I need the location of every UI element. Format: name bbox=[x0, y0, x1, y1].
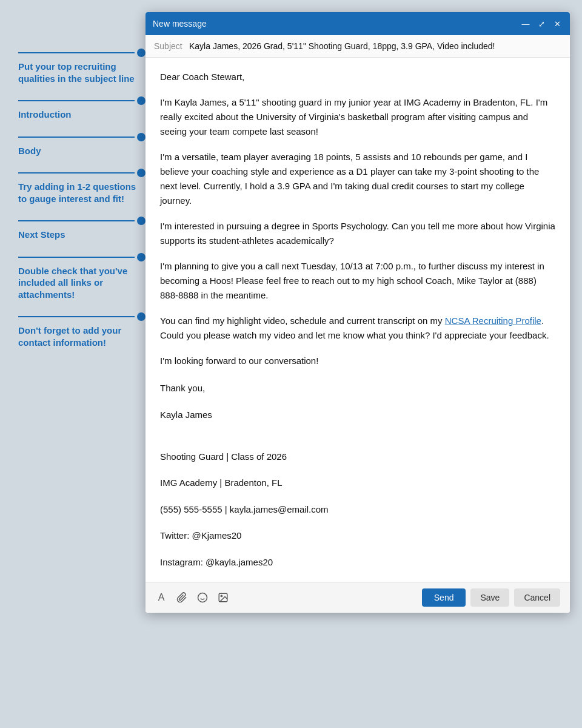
email-compose-window: New message — ⤢ ✕ Subject Kayla James, 2… bbox=[146, 12, 570, 613]
sidebar-item-introduction: Introduction bbox=[18, 96, 146, 133]
sidebar-label-contact-tip: Don't forget to add your contact informa… bbox=[18, 325, 146, 360]
sidebar: Put your top recruiting qualities in the… bbox=[12, 12, 146, 372]
window-controls: — ⤢ ✕ bbox=[520, 18, 563, 29]
sidebar-dot-6 bbox=[137, 253, 146, 261]
sidebar-item-body: Body bbox=[18, 133, 146, 169]
paragraph-2: I'm a versatile, team player averaging 1… bbox=[160, 150, 555, 208]
svg-point-0 bbox=[198, 593, 207, 602]
sidebar-label-next-steps: Next Steps bbox=[18, 229, 146, 253]
sidebar-item-next-steps: Next Steps bbox=[18, 217, 146, 253]
sidebar-line-3 bbox=[18, 136, 135, 138]
ncsa-link[interactable]: NCSA Recruiting Profile bbox=[445, 315, 541, 326]
sign-off: Thank you, bbox=[160, 380, 555, 396]
sidebar-dot-7 bbox=[137, 312, 146, 321]
paragraph-3: I'm interested in pursuing a degree in S… bbox=[160, 219, 555, 248]
sidebar-item-questions-tip: Try adding in 1-2 questions to gauge int… bbox=[18, 169, 146, 217]
footer-icons: A bbox=[155, 592, 229, 604]
cancel-button[interactable]: Cancel bbox=[514, 588, 560, 607]
subject-value: Kayla James, 2026 Grad, 5'11" Shooting G… bbox=[189, 41, 495, 51]
sidebar-line-row-5 bbox=[18, 217, 146, 225]
sidebar-item-subject-tip: Put your top recruiting qualities in the… bbox=[18, 49, 146, 96]
sidebar-label-subject-tip: Put your top recruiting qualities in the… bbox=[18, 61, 146, 96]
subject-label: Subject bbox=[154, 41, 184, 51]
subject-row: Subject Kayla James, 2026 Grad, 5'11" Sh… bbox=[146, 35, 570, 58]
svg-point-4 bbox=[221, 595, 222, 596]
sidebar-line-row bbox=[18, 49, 146, 57]
sidebar-dot-5 bbox=[137, 217, 146, 225]
sidebar-item-links-tip: Double check that you've included all li… bbox=[18, 253, 146, 313]
sig-line-3: (555) 555-5555 | kayla.james@email.com bbox=[160, 502, 555, 517]
sidebar-dot-3 bbox=[137, 133, 146, 141]
sidebar-label-questions-tip: Try adding in 1-2 questions to gauge int… bbox=[18, 181, 146, 217]
send-button[interactable]: Send bbox=[422, 588, 466, 607]
footer-buttons: Send Save Cancel bbox=[422, 588, 560, 607]
format-text-icon[interactable]: A bbox=[155, 592, 167, 604]
paragraph-5: You can find my highlight video, schedul… bbox=[160, 314, 555, 343]
sidebar-label-introduction: Introduction bbox=[18, 109, 146, 133]
sidebar-line bbox=[18, 52, 135, 53]
sidebar-label-links-tip: Double check that you've included all li… bbox=[18, 265, 146, 313]
sidebar-line-7 bbox=[18, 316, 135, 317]
sidebar-line-2 bbox=[18, 100, 135, 101]
sidebar-dot-4 bbox=[137, 169, 146, 177]
close-button[interactable]: ✕ bbox=[552, 18, 563, 29]
email-footer: A Send Save Cancel bbox=[146, 582, 570, 613]
sig-line-4: Twitter: @Kjames20 bbox=[160, 528, 555, 544]
paragraph-1: I'm Kayla James, a 5'11" shooting guard … bbox=[160, 95, 555, 139]
sig-line-1: Shooting Guard | Class of 2026 bbox=[160, 449, 555, 465]
window-title: New message bbox=[153, 19, 207, 29]
sender-name: Kayla James bbox=[160, 407, 555, 423]
email-signature: Thank you, Kayla James Shooting Guard | … bbox=[160, 380, 555, 570]
image-icon[interactable] bbox=[217, 592, 229, 604]
greeting: Dear Coach Stewart, bbox=[160, 70, 555, 84]
sig-line-2: IMG Academy | Bradenton, FL bbox=[160, 475, 555, 491]
emoji-icon[interactable] bbox=[196, 592, 209, 604]
page-wrapper: Put your top recruiting qualities in the… bbox=[12, 12, 570, 613]
sidebar-line-6 bbox=[18, 257, 135, 258]
sidebar-line-row-7 bbox=[18, 312, 146, 321]
save-button[interactable]: Save bbox=[470, 588, 509, 607]
email-body[interactable]: Dear Coach Stewart, I'm Kayla James, a 5… bbox=[146, 58, 570, 582]
minimize-button[interactable]: — bbox=[520, 18, 531, 29]
sidebar-item-contact-tip: Don't forget to add your contact informa… bbox=[18, 312, 146, 360]
sidebar-line-row-2 bbox=[18, 96, 146, 105]
paragraph-4: I'm planning to give you a call next Tue… bbox=[160, 259, 555, 303]
sidebar-label-body: Body bbox=[18, 145, 146, 169]
sidebar-dot bbox=[137, 49, 146, 57]
closing-line: I'm looking forward to our conversation! bbox=[160, 354, 555, 368]
sidebar-line-4 bbox=[18, 172, 135, 174]
sidebar-line-row-6 bbox=[18, 253, 146, 261]
email-titlebar: New message — ⤢ ✕ bbox=[146, 12, 570, 35]
sidebar-line-row-3 bbox=[18, 133, 146, 141]
sig-line-5: Instagram: @kayla.james20 bbox=[160, 554, 555, 570]
sidebar-line-row-4 bbox=[18, 169, 146, 177]
paragraph-5-pre: You can find my highlight video, schedul… bbox=[160, 315, 445, 326]
maximize-button[interactable]: ⤢ bbox=[536, 18, 547, 29]
attach-icon[interactable] bbox=[176, 592, 188, 604]
sidebar-line-5 bbox=[18, 220, 135, 221]
sidebar-dot-2 bbox=[137, 96, 146, 105]
